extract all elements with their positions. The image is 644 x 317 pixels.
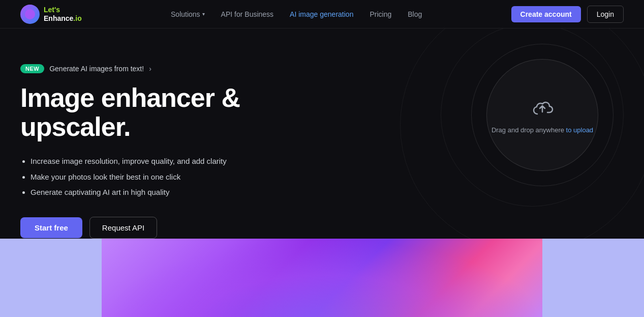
cloud-upload-icon [530,97,555,121]
hero-cta: Start free Request API [20,217,325,239]
login-button[interactable]: Login [587,6,624,23]
badge-arrow-icon: › [149,65,151,73]
bottom-section [0,239,644,317]
nav-actions: Create account Login [511,6,624,23]
nav-link-ai-image[interactable]: AI image generation [290,10,353,18]
navbar: Let's Enhance.io Solutions ▾ API for Bus… [0,0,644,28]
nav-links: Solutions ▾ API for Business AI image ge… [171,10,422,18]
new-badge: NEW [20,64,44,73]
new-badge-row: NEW Generate AI images from text! › [20,64,325,73]
upload-link[interactable]: to upload [566,126,594,134]
nav-link-pricing[interactable]: Pricing [370,10,391,18]
hero-content: NEW Generate AI images from text! › Imag… [20,59,325,239]
upload-circle-inner: Drag and drop anywhere to upload [486,59,598,171]
hero-section: NEW Generate AI images from text! › Imag… [0,28,644,239]
nav-link-solutions[interactable]: Solutions ▾ [171,10,205,18]
logo[interactable]: Let's Enhance.io [20,5,82,24]
create-account-button[interactable]: Create account [511,6,581,22]
upload-circle-outer: Drag and drop anywhere to upload [471,44,614,186]
upload-label: Drag and drop anywhere to upload [492,126,593,134]
bottom-center-image [102,239,542,317]
chevron-down-icon: ▾ [202,11,205,17]
bullet-2: Make your photos look their best in one … [30,171,325,183]
request-api-button[interactable]: Request API [89,217,157,239]
svg-point-0 [25,9,35,19]
start-free-button[interactable]: Start free [20,217,82,238]
nav-link-api[interactable]: API for Business [221,10,274,18]
logo-text: Let's Enhance.io [44,6,82,23]
badge-text: Generate AI images from text! [49,65,144,73]
bottom-right-bg [542,239,644,317]
nav-link-blog[interactable]: Blog [408,10,422,18]
hero-upload-area[interactable]: Drag and drop anywhere to upload [471,44,614,186]
bottom-left-bg [0,239,102,317]
logo-icon [20,5,40,24]
hero-bullets: Increase image resolution, improve quali… [20,156,325,198]
bullet-3: Generate captivating AI art in high qual… [30,187,325,198]
hero-title: Image enhancer & upscaler. [20,83,325,141]
bullet-1: Increase image resolution, improve quali… [30,156,325,167]
